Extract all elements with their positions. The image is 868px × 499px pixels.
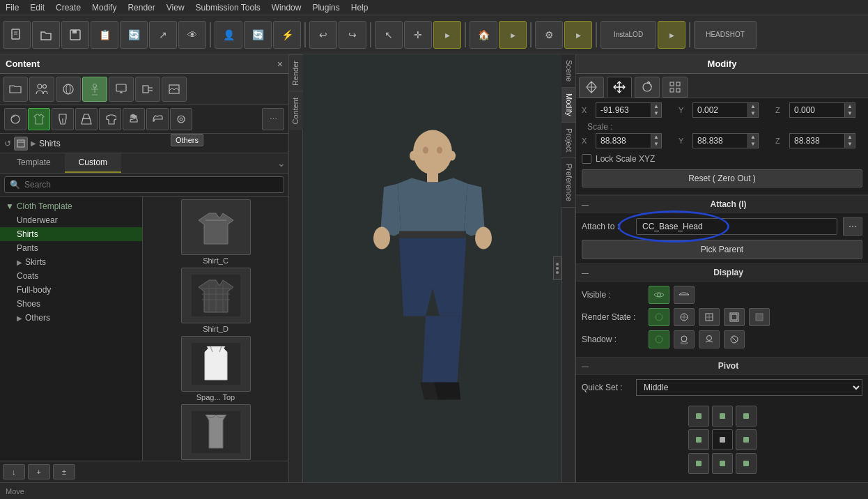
content-icon-cloth[interactable]: [56, 77, 81, 102]
breadcrumb-expand[interactable]: ▶: [31, 139, 36, 147]
menu-modify[interactable]: Modify: [92, 3, 116, 13]
toolbar-btn9[interactable]: 🔄: [244, 21, 272, 49]
content-icon-folder[interactable]: [3, 77, 28, 102]
attach-to-input[interactable]: [636, 218, 837, 235]
pivot-mid-center[interactable]: [712, 429, 733, 450]
tree-item-fullbody[interactable]: Full-body: [0, 283, 142, 297]
cat-all[interactable]: [4, 108, 26, 130]
quick-set-select[interactable]: Middle: [636, 379, 862, 396]
render-state-wire-solid[interactable]: [674, 308, 695, 326]
toolbar-btn8[interactable]: 👤: [215, 21, 242, 49]
visible-eye-open[interactable]: [649, 286, 669, 304]
menu-view[interactable]: View: [166, 3, 185, 13]
y-pos-input[interactable]: [692, 102, 748, 118]
tab-template[interactable]: Template: [3, 153, 65, 173]
pivot-mid-left[interactable]: [688, 429, 709, 450]
render-tab[interactable]: Render: [289, 54, 303, 91]
z-pos-input[interactable]: [789, 102, 845, 118]
modify-tab-grid[interactable]: [662, 77, 688, 98]
cat-pants[interactable]: [52, 108, 74, 130]
z-pos-down[interactable]: ▼: [845, 110, 855, 117]
toolbar-save[interactable]: [61, 21, 89, 49]
y-scale-down[interactable]: ▼: [748, 141, 758, 148]
cat-dress[interactable]: [75, 108, 98, 130]
cat-accessories[interactable]: Others: [170, 108, 192, 130]
menu-render[interactable]: Render: [127, 3, 155, 13]
menu-submission-tools[interactable]: Submission Tools: [196, 3, 261, 13]
toolbar-move[interactable]: ✛: [404, 21, 432, 49]
content-panel-close[interactable]: ×: [277, 59, 283, 70]
tree-item-underwear[interactable]: Underwear: [0, 213, 142, 227]
x-scale-up[interactable]: ▲: [651, 134, 661, 141]
breadcrumb-back[interactable]: ↺: [4, 139, 11, 148]
bottom-btn-diff[interactable]: ±: [53, 464, 75, 479]
cat-shoes[interactable]: [146, 108, 169, 130]
render-state-fill[interactable]: [649, 308, 669, 326]
content-icon-image[interactable]: [162, 77, 187, 102]
menu-window[interactable]: Window: [272, 3, 302, 13]
toolbar-btn7[interactable]: 👁: [178, 21, 206, 49]
z-pos-arrows[interactable]: ▲ ▼: [845, 102, 855, 118]
toolbar-more3[interactable]: ▸: [564, 21, 592, 49]
pivot-top-left[interactable]: [688, 406, 709, 427]
viewport[interactable]: [303, 54, 561, 482]
z-scale-up[interactable]: ▲: [845, 134, 855, 141]
pivot-bot-right[interactable]: [736, 453, 757, 474]
y-scale-input[interactable]: [692, 133, 748, 148]
modify-tab[interactable]: Modify: [561, 88, 575, 122]
tab-expand[interactable]: ⌄: [277, 158, 286, 169]
toolbar-more2[interactable]: ▸: [499, 21, 527, 49]
x-pos-input[interactable]: [596, 102, 651, 118]
x-scale-arrows[interactable]: ▲ ▼: [651, 133, 662, 148]
y-scale-up[interactable]: ▲: [748, 134, 758, 141]
pivot-mid-right[interactable]: [736, 429, 757, 450]
x-scale-down[interactable]: ▼: [651, 141, 661, 148]
reset-zero-btn[interactable]: Reset ( Zero Out ): [582, 169, 862, 187]
menu-file[interactable]: File: [6, 3, 19, 13]
pivot-bot-left[interactable]: [688, 453, 709, 474]
cat-jacket[interactable]: [99, 108, 121, 130]
modify-tab-move[interactable]: [607, 77, 632, 98]
pivot-top-right[interactable]: [736, 406, 757, 427]
cat-gloves[interactable]: [123, 108, 145, 130]
shadow-on[interactable]: [649, 330, 669, 348]
toolbar-redo[interactable]: ↪: [339, 21, 366, 49]
tab-custom[interactable]: Custom: [65, 153, 121, 173]
pick-parent-btn[interactable]: Pick Parent: [582, 240, 862, 259]
shadow-receive[interactable]: [699, 330, 720, 348]
x-pos-up[interactable]: ▲: [651, 103, 661, 110]
pivot-collapse[interactable]: —: [582, 362, 589, 370]
lock-scale-checkbox[interactable]: [582, 154, 591, 164]
menu-plugins[interactable]: Plugins: [312, 3, 339, 13]
toolbar-physics[interactable]: ⚙: [535, 21, 563, 49]
tree-item-shirts[interactable]: Shirts: [0, 227, 142, 241]
modify-tab-rotate[interactable]: [635, 77, 660, 98]
x-scale-input[interactable]: [596, 133, 651, 148]
x-pos-arrows[interactable]: ▲ ▼: [651, 102, 662, 118]
display-collapse[interactable]: —: [582, 269, 589, 277]
pivot-bot-center[interactable]: [712, 453, 733, 474]
render-state-wire[interactable]: [699, 308, 720, 326]
attach-collapse[interactable]: —: [582, 201, 589, 208]
content-icon-character[interactable]: [82, 77, 107, 102]
content-icon-people[interactable]: [29, 77, 54, 102]
thumb-shirt-c[interactable]: Shirt_C: [146, 199, 286, 265]
z-scale-down[interactable]: ▼: [845, 141, 855, 148]
tree-item-others[interactable]: ▶ Others: [0, 311, 142, 325]
content-icon-settings[interactable]: [135, 77, 160, 102]
toolbar-headshot[interactable]: HEADSHOT: [694, 21, 757, 49]
search-input[interactable]: [4, 176, 284, 193]
pivot-top-center[interactable]: [712, 406, 733, 427]
attach-menu-btn[interactable]: ⋯: [843, 217, 862, 236]
toolbar-btn5[interactable]: 🔄: [120, 21, 148, 49]
project-tab[interactable]: Project: [561, 123, 575, 158]
visible-eye-closed[interactable]: [674, 286, 695, 304]
cat-more[interactable]: ⋯: [262, 108, 284, 130]
y-scale-arrows[interactable]: ▲ ▼: [748, 133, 759, 148]
toolbar-new[interactable]: [3, 21, 31, 49]
cat-shirt[interactable]: [28, 108, 50, 130]
bottom-btn-download[interactable]: ↓: [3, 464, 25, 479]
toolbar-open[interactable]: [32, 21, 60, 49]
thumb-spag-top[interactable]: Spag... Top: [146, 336, 286, 401]
render-state-box[interactable]: [749, 308, 770, 326]
